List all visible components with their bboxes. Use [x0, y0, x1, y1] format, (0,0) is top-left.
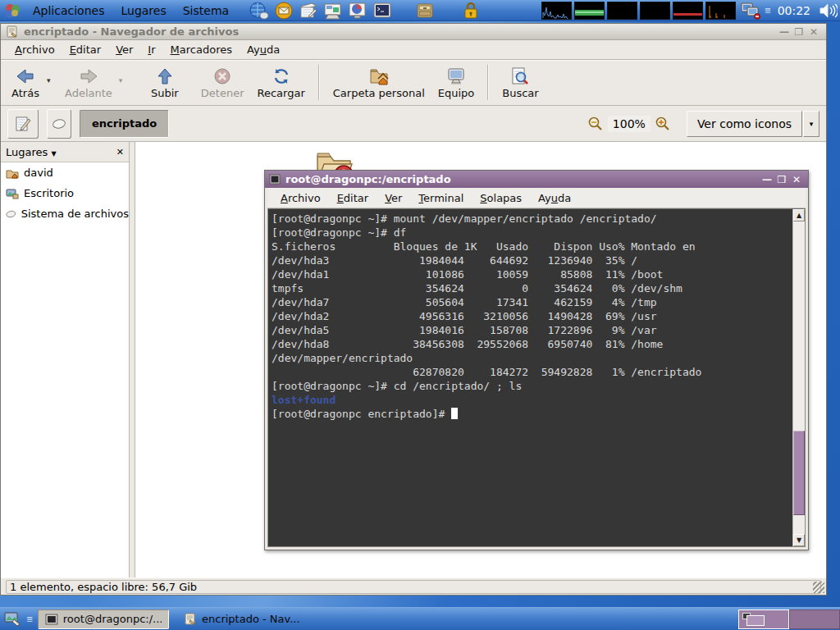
sidebar-item-david[interactable]: david [1, 162, 129, 183]
load-monitor-applet[interactable] [673, 2, 703, 20]
applet-handle[interactable]: ≣ [765, 9, 771, 12]
fm-menu-ver[interactable]: Ver [108, 41, 140, 58]
path-segment-encriptado[interactable]: encriptado [80, 110, 169, 138]
computer-button[interactable]: Equipo [431, 62, 482, 103]
forward-dropdown[interactable]: ▾ [119, 62, 130, 103]
volume-applet[interactable] [817, 1, 838, 21]
scroll-down-button[interactable]: ▼ [793, 534, 805, 546]
sidebar-close-button[interactable]: ✕ [116, 147, 124, 158]
impress-launcher[interactable] [322, 1, 344, 21]
terminal-menu-archivo[interactable]: Archivo [272, 189, 329, 207]
stop-button[interactable]: Detener [194, 62, 251, 103]
fm-menu-ayuda[interactable]: Ayuda [240, 41, 287, 58]
disk-monitor-applet[interactable] [705, 2, 736, 20]
root-segment-button[interactable] [47, 109, 71, 139]
terminal-output[interactable]: [root@dragonpc ~]# mount /dev/mapper/enc… [268, 209, 792, 546]
writer-launcher[interactable] [298, 1, 319, 21]
zoom-in-button[interactable] [652, 114, 673, 134]
fm-maximize-button[interactable]: ❒ [792, 26, 806, 38]
task-file-manager[interactable]: encriptado - Nav... [177, 609, 307, 629]
sidebar-item-escritorio[interactable]: Escritorio [1, 183, 129, 203]
load-graph-icon [673, 2, 702, 19]
back-arrow-icon [15, 66, 36, 86]
task-terminal[interactable]: root@dragonpc:/... [38, 609, 169, 629]
terminal-titlebar[interactable]: root@dragonpc:/encriptado — ❒ ✕ [265, 171, 808, 188]
fm-menu-ir[interactable]: Ir [140, 41, 162, 58]
keyring-launcher[interactable] [460, 1, 482, 21]
memory-monitor-applet[interactable] [574, 2, 605, 20]
terminal-menu-solapas[interactable]: Solapas [472, 189, 530, 207]
zoom-out-button[interactable] [585, 114, 606, 134]
sidebar-splitter[interactable] [130, 142, 135, 578]
terminal-menu-terminal[interactable]: Terminal [410, 189, 472, 207]
terminal-line: [root@dragonpc ~]# df [272, 226, 791, 240]
tasklist-handle[interactable]: ≣ [26, 618, 33, 621]
fm-menu-archivo[interactable]: Archivo [7, 41, 62, 58]
terminal-line: /dev/hda7 505604 17341 462159 4% /tmp [272, 295, 791, 309]
fm-minimize-button[interactable]: — [777, 26, 792, 38]
home-button[interactable]: Carpeta personal [326, 62, 431, 103]
fm-toolbar: Atrás ▾ Adelante ▾ Subir Detener [1, 60, 826, 106]
fm-close-button[interactable]: ✕ [806, 26, 821, 38]
menu-lugares[interactable]: Lugares [112, 4, 174, 17]
disk-graph-icon [706, 2, 735, 19]
terminal-maximize-button[interactable]: ❒ [774, 174, 789, 185]
terminal-launcher[interactable] [372, 1, 393, 21]
terminal-window-icon [269, 174, 281, 185]
clock[interactable]: 00:22 [773, 4, 815, 17]
network-computers-icon [740, 1, 761, 21]
calc-launcher[interactable] [347, 1, 368, 21]
zoom-out-icon [587, 116, 604, 132]
lock-icon [463, 1, 479, 21]
scrollbar-trough[interactable] [793, 221, 805, 534]
terminal-line: /dev/hda2 4956316 3210056 1490428 69% /u… [272, 309, 791, 323]
scrollbar-thumb[interactable] [793, 431, 805, 515]
workspace-1[interactable] [738, 609, 789, 629]
scroll-up-button[interactable]: ▲ [793, 209, 805, 221]
sidebar-header[interactable]: Lugares ▼ ✕ [1, 142, 129, 162]
workspace-2[interactable] [789, 609, 840, 629]
up-button[interactable]: Subir [144, 62, 186, 103]
menu-sistema[interactable]: Sistema [175, 4, 237, 17]
terminal-line: S.ficheros Bloques de 1K Usado Dispon Us… [272, 240, 791, 253]
terminal-launcher-icon [372, 2, 392, 20]
fm-menu-marcadores[interactable]: Marcadores [163, 41, 240, 58]
home-folder-icon [368, 66, 390, 86]
terminal-menu-editar[interactable]: Editar [329, 189, 377, 207]
terminal-line: [root@dragonpc ~]# cd /encriptado/ ; ls [272, 379, 791, 393]
swap-monitor-applet[interactable] [607, 2, 637, 20]
show-desktop-icon [3, 611, 21, 628]
back-button[interactable]: Atrás [4, 62, 47, 103]
web-browser-launcher[interactable] [249, 1, 270, 21]
fm-statusbar: 1 elemento, espacio libre: 56,7 Gib [1, 578, 826, 595]
network-status-applet[interactable] [740, 1, 761, 21]
terminal-scrollbar[interactable]: ▲ ▼ [792, 209, 805, 546]
view-mode-arrow[interactable]: ▾ [803, 111, 819, 137]
search-button[interactable]: Buscar [495, 62, 545, 103]
fm-titlebar[interactable]: encriptado - Navegador de archivos — ❒ ✕ [1, 24, 826, 40]
cpu-monitor-applet[interactable] [541, 2, 572, 20]
toggle-location-entry-button[interactable] [7, 109, 39, 139]
menu-aplicaciones[interactable]: Aplicaciones [25, 4, 112, 17]
show-desktop-button[interactable] [2, 609, 23, 629]
terminal-menu-ver[interactable]: Ver [377, 189, 410, 207]
net-monitor-applet[interactable] [640, 2, 670, 20]
workspace-switcher [738, 609, 840, 629]
email-launcher[interactable] [273, 1, 294, 21]
back-dropdown[interactable]: ▾ [47, 62, 58, 103]
terminal-window: root@dragonpc:/encriptado — ❒ ✕ Archivo … [264, 170, 809, 550]
terminal-line: lost+found [272, 393, 791, 407]
fm-menubar: Archivo Editar Ver Ir Marcadores Ayuda [1, 40, 826, 60]
archive-manager-launcher[interactable] [414, 1, 436, 21]
terminal-menu-ayuda[interactable]: Ayuda [530, 189, 579, 207]
filesystem-small-icon [6, 208, 16, 220]
terminal-minimize-button[interactable]: — [760, 174, 774, 185]
view-mode-combo[interactable]: Ver como iconos ▾ [687, 111, 819, 137]
window-resize-grip[interactable] [813, 582, 824, 593]
main-menu-button[interactable] [2, 1, 23, 21]
sidebar-item-sistema-de-archivos[interactable]: Sistema de archivos [1, 203, 129, 224]
fm-menu-editar[interactable]: Editar [62, 41, 109, 58]
terminal-close-button[interactable]: ✕ [789, 174, 804, 185]
reload-button[interactable]: Recargar [251, 62, 312, 103]
forward-button[interactable]: Adelante [58, 62, 119, 103]
